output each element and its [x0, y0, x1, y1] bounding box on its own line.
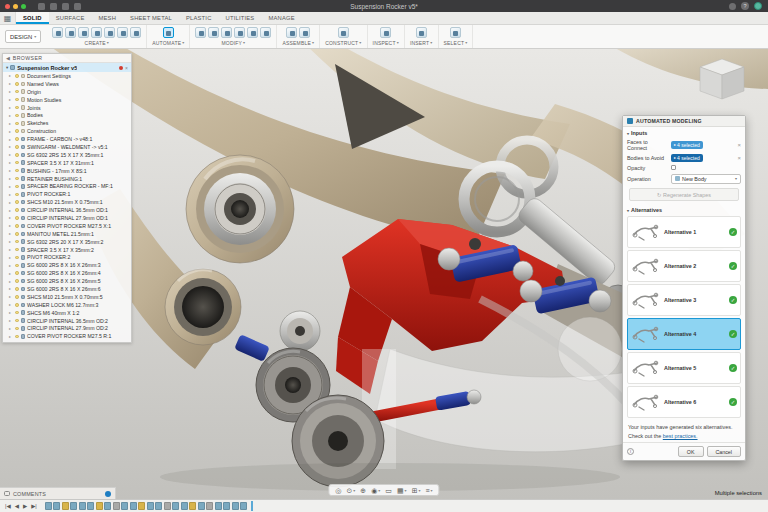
expand-caret-icon[interactable]: ▸: [9, 239, 13, 244]
ribbon-group-dropdown[interactable]: INSPECT ▾: [373, 40, 399, 46]
ribbon-group-dropdown[interactable]: CONSTRUCT ▾: [325, 40, 361, 46]
expand-caret-icon[interactable]: ▸: [9, 302, 13, 307]
joint-icon[interactable]: [299, 27, 310, 38]
visibility-bulb-icon[interactable]: [15, 74, 19, 78]
timeline-feature-icon[interactable]: [240, 502, 247, 510]
alternative-row[interactable]: Alternative 1 ✓: [627, 216, 741, 248]
visibility-bulb-icon[interactable]: [15, 271, 19, 275]
browser-item[interactable]: ▸ Named Views: [3, 80, 131, 88]
visibility-bulb-icon[interactable]: [15, 311, 19, 315]
browser-item[interactable]: ▸ CIRCLIP INTERNAL 36.5mm OD:1: [3, 206, 131, 214]
ribbon-tab[interactable]: SOLID: [16, 12, 49, 24]
ribbon-tab[interactable]: UTILITIES: [219, 12, 262, 24]
browser-item[interactable]: ▸ PIVOT ROCKER:2: [3, 253, 131, 261]
clear-selection-icon[interactable]: ×: [737, 142, 741, 148]
expand-caret-icon[interactable]: ▸: [9, 318, 13, 323]
expand-caret-icon[interactable]: ▸: [9, 247, 13, 252]
window-controls[interactable]: [5, 4, 26, 9]
grid-settings-icon[interactable]: ⊞ ▾: [412, 487, 421, 494]
timeline-feature-icon[interactable]: [215, 502, 222, 510]
maximize-window-icon[interactable]: [21, 4, 26, 9]
expand-caret-icon[interactable]: ▸: [9, 144, 13, 149]
visibility-bulb-icon[interactable]: [15, 106, 19, 110]
expand-caret-icon[interactable]: ▸: [9, 137, 13, 142]
visibility-bulb-icon[interactable]: [15, 200, 19, 204]
expand-caret-icon[interactable]: ▸: [9, 192, 13, 197]
split-icon[interactable]: [247, 27, 258, 38]
shell-icon[interactable]: [221, 27, 232, 38]
timeline-feature-icon[interactable]: [53, 502, 60, 510]
visibility-bulb-icon[interactable]: [15, 248, 19, 252]
browser-item[interactable]: ▸ Document Settings: [3, 72, 131, 80]
dialog-header[interactable]: AUTOMATED MODELING: [623, 116, 745, 127]
timeline-feature-icon[interactable]: [155, 502, 162, 510]
regenerate-shapes-button[interactable]: ↻ Regenerate Shapes: [629, 188, 739, 201]
visibility-bulb-icon[interactable]: [15, 319, 19, 323]
timeline-feature-icon[interactable]: [113, 502, 120, 510]
timeline-feature-icon[interactable]: [121, 502, 128, 510]
expand-caret-icon[interactable]: ▸: [9, 113, 13, 118]
comments-bar[interactable]: COMMENTS: [0, 487, 116, 499]
visibility-bulb-icon[interactable]: [15, 240, 19, 244]
browser-item[interactable]: ▸ CIRCLIP INTERNAL 36.5mm OD:2: [3, 317, 131, 325]
automated-modeling-icon[interactable]: [163, 27, 174, 38]
insert-mesh-icon[interactable]: [416, 27, 427, 38]
visibility-bulb-icon[interactable]: [15, 129, 19, 133]
browser-item[interactable]: ▸ Construction: [3, 127, 131, 135]
fit-icon[interactable]: ▭ ▾: [385, 487, 392, 494]
alternatives-section-header[interactable]: ▾ Alternatives: [623, 204, 745, 214]
expand-caret-icon[interactable]: ▸: [9, 255, 13, 260]
ribbon-group-dropdown[interactable]: ASSEMBLE ▾: [282, 40, 314, 46]
info-icon[interactable]: i: [627, 448, 634, 455]
timeline-feature-icon[interactable]: [45, 502, 52, 510]
alternative-row[interactable]: Alternative 4 ✓: [627, 318, 741, 350]
faces-selection-badge[interactable]: ▸ 4 selected: [671, 141, 703, 149]
timeline-feature-icon[interactable]: [198, 502, 205, 510]
timeline-feature-icon[interactable]: [138, 502, 145, 510]
browser-item[interactable]: ▸ CIRCLIP INTERNAL 27.9mm OD:2: [3, 325, 131, 333]
display-settings-icon[interactable]: ▦ ▾: [397, 487, 407, 494]
sweep-icon[interactable]: [91, 27, 102, 38]
timeline-feature-icon[interactable]: [96, 502, 103, 510]
form-icon[interactable]: [130, 27, 141, 38]
browser-root-item[interactable]: ▾ Suspension Rocker v5 ×: [3, 63, 131, 72]
help-icon[interactable]: ?: [741, 2, 749, 10]
timeline-feature-icon[interactable]: [223, 502, 230, 510]
timeline-feature-icon[interactable]: [232, 502, 239, 510]
expand-caret-icon[interactable]: ▸: [9, 81, 13, 86]
close-window-icon[interactable]: [5, 4, 10, 9]
ribbon-group-dropdown[interactable]: MODIFY ▾: [221, 40, 245, 46]
collapse-panel-icon[interactable]: ◀: [6, 55, 10, 61]
browser-item[interactable]: ▸ Origin: [3, 88, 131, 96]
timeline-feature-icon[interactable]: [164, 502, 171, 510]
playback-control-icon[interactable]: ▶: [22, 503, 28, 509]
browser-item[interactable]: ▸ SG 6000 2RS 8 X 16 X 26mm:3: [3, 261, 131, 269]
expand-caret-icon[interactable]: ▸: [9, 215, 13, 220]
ribbon-group-dropdown[interactable]: INSERT ▾: [410, 40, 433, 46]
ribbon-tab[interactable]: MESH: [92, 12, 124, 24]
expand-caret-icon[interactable]: ▸: [9, 334, 13, 339]
browser-item[interactable]: ▸ SG 6302 2RS 20 X 17 X 35mm:2: [3, 238, 131, 246]
visibility-bulb-icon[interactable]: [15, 193, 19, 197]
timeline-feature-icon[interactable]: [104, 502, 111, 510]
visibility-bulb-icon[interactable]: [15, 137, 19, 141]
playback-control-icon[interactable]: ◀: [14, 503, 20, 509]
redo-icon[interactable]: [74, 3, 81, 10]
visibility-bulb-icon[interactable]: [15, 287, 19, 291]
browser-item[interactable]: ▸ SPACER 3.5 X 17 X 31mm:1: [3, 159, 131, 167]
playback-control-icon[interactable]: |◀: [4, 503, 12, 509]
timeline-feature-icon[interactable]: [172, 502, 179, 510]
expand-caret-icon[interactable]: ▸: [9, 286, 13, 291]
playback-control-icon[interactable]: ▶|: [30, 503, 38, 509]
ribbon-group-dropdown[interactable]: CREATE ▾: [85, 40, 109, 46]
alternative-row[interactable]: Alternative 2 ✓: [627, 250, 741, 282]
revolve-icon[interactable]: [78, 27, 89, 38]
plane-icon[interactable]: [338, 27, 349, 38]
timeline-feature-icon[interactable]: [70, 502, 77, 510]
ribbon-group-dropdown[interactable]: AUTOMATE ▾: [152, 40, 184, 46]
browser-item[interactable]: ▸ BUSHING - 17mm X 8S:1: [3, 167, 131, 175]
browser-item[interactable]: ▸ SG 6000 2RS 8 X 16 X 26mm:4: [3, 269, 131, 277]
expand-caret-icon[interactable]: ▸: [9, 310, 13, 315]
expand-caret-icon[interactable]: ▸: [9, 294, 13, 299]
browser-item[interactable]: ▸ SG 6000 2RS 8 X 16 X 26mm:5: [3, 277, 131, 285]
